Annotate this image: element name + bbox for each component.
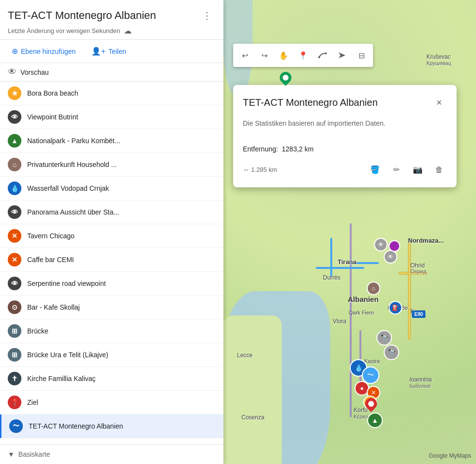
- list-item-wasserfall[interactable]: 💧 Wasserfall Vodopad Crnjak: [0, 177, 223, 200]
- item-icon-bar-kafe: ⊙: [8, 300, 21, 314]
- item-icon-serpentine: 👁: [8, 277, 21, 290]
- popup-route-distance: ↔ 1.285 km: [243, 165, 277, 175]
- item-icon-viewpoint-butrint: 👁: [8, 110, 21, 124]
- marker-binoculars[interactable]: 🔭: [376, 330, 392, 346]
- preview-label: Vorschau: [20, 68, 49, 76]
- city-label-cosenza: Cosenza: [241, 414, 264, 421]
- list-item-brucke-ura[interactable]: ⊞ Brücke Ura e Telit (Likajve): [0, 343, 223, 367]
- road-vertical-e: [408, 243, 411, 340]
- item-icon-panorama: 👁: [8, 205, 21, 219]
- popup-distance-text: Entfernung: 1283,2 km: [243, 144, 447, 154]
- list-item-bora-bora[interactable]: ★ Bora Bora beach: [0, 82, 223, 105]
- marker-nationalpark[interactable]: ▲: [367, 413, 383, 428]
- basemap-label: Basiskarte: [18, 450, 50, 458]
- item-icon-nationalpark: ▲: [8, 134, 21, 148]
- sidebar-footer: ▼ Basiskarte: [0, 444, 223, 464]
- city-label-lecce: Lecce: [237, 352, 253, 359]
- marker-blue-fuel[interactable]: ⛽: [389, 301, 402, 315]
- distance-arrows-icon: ↔: [243, 165, 249, 175]
- basemap-section[interactable]: ▼ Basiskarte: [8, 450, 216, 458]
- popup-close-button[interactable]: ×: [431, 95, 447, 110]
- city-label-kastra: Kastra: [364, 358, 380, 364]
- item-label-serpentine: Serpentine road viewpoint: [27, 280, 216, 287]
- share-icon: 👤+: [91, 47, 105, 56]
- route-blue-v: [330, 238, 332, 277]
- marker-purple[interactable]: [389, 240, 400, 252]
- info-popup: TET-ACT Montenegro Albanien × Die Statis…: [233, 85, 457, 187]
- city-label-krusevac: Kruševac: [426, 53, 451, 60]
- map-toolbar: ↩ ↪ ✋ 📍 ⊟: [233, 44, 373, 67]
- redo-button[interactable]: ↪: [255, 47, 273, 64]
- last-modified-text: Letzte Änderung vor wenigen Sekunden: [8, 27, 120, 34]
- paint-bucket-button[interactable]: 🪣: [367, 162, 383, 178]
- popup-stats-text: Die Statistiken basieren auf importierte…: [243, 118, 447, 129]
- item-label-caffe: Caffe bar CEMI: [27, 256, 216, 264]
- item-label-bar-kafe: Bar - Kafe Skollaj: [27, 303, 216, 311]
- marker-brown[interactable]: ⌂: [367, 282, 380, 295]
- popup-body: Die Statistiken basieren auf importierte…: [243, 118, 447, 178]
- pan-button[interactable]: ✋: [275, 47, 292, 64]
- city-label-ohrid: Ohrid: [410, 262, 425, 269]
- item-label-panorama: Panorama Aussicht über Sta...: [27, 208, 216, 216]
- preview-row[interactable]: 👁 Vorschau: [0, 63, 223, 82]
- add-marker-button[interactable]: 📍: [294, 47, 312, 64]
- city-label-albanien: Albanien: [348, 295, 378, 303]
- last-modified-row: Letzte Änderung vor wenigen Sekunden ☁: [8, 26, 216, 35]
- item-icon-tavern: ✕: [8, 229, 21, 243]
- list-item-tavern[interactable]: ✕ Tavern Chicago: [0, 224, 223, 248]
- distance-label: Entfernung:: [243, 145, 278, 153]
- sidebar-header: TET-ACT Montenegro Albanien ⋮ Letzte Änd…: [0, 0, 223, 40]
- draw-path-button[interactable]: [314, 47, 331, 64]
- add-layer-button[interactable]: ⊕ Ebene hinzufügen: [8, 45, 80, 58]
- item-icon-wasserfall: 💧: [8, 182, 21, 195]
- list-item-nationalpark[interactable]: ▲ Nationalpark - Parku Kombët...: [0, 129, 223, 153]
- list-item-panorama[interactable]: 👁 Panorama Aussicht über Sta...: [0, 200, 223, 224]
- sidebar-panel: TET-ACT Montenegro Albanien ⋮ Letzte Änd…: [0, 0, 223, 464]
- camera-button[interactable]: 📷: [410, 162, 425, 178]
- map-title: TET-ACT Montenegro Albanien: [8, 9, 198, 22]
- marker-gray-1[interactable]: 👁: [374, 238, 388, 251]
- undo-button[interactable]: ↩: [236, 47, 254, 64]
- sidebar-item-list[interactable]: ★ Bora Bora beach 👁 Viewpoint Butrint ▲ …: [0, 82, 223, 444]
- city-label-qark: Qark Fiero: [349, 310, 374, 315]
- city-label-nordmaza: Nordmaza...: [408, 237, 444, 244]
- popup-title: TET-ACT Montenegro Albanien: [243, 97, 378, 108]
- list-item-caffe[interactable]: ✕ Caffe bar CEMI: [0, 248, 223, 272]
- green-location-pin[interactable]: [280, 72, 291, 87]
- marker-binoculars-2[interactable]: 🔭: [384, 345, 399, 360]
- city-label-krusevac-cyrillic: Крушевац: [426, 60, 451, 66]
- directions-button[interactable]: [333, 47, 351, 64]
- road-badge-e90: E90: [412, 311, 425, 318]
- item-label-kirche: Kirche Famillia Kalivaç: [27, 375, 216, 382]
- chevron-down-icon: ▼: [8, 450, 15, 458]
- more-options-icon[interactable]: ⋮: [198, 8, 216, 23]
- route-blue-h: [316, 267, 364, 269]
- item-label-tavern: Tavern Chicago: [27, 232, 216, 240]
- item-icon-brucke-ura: ⊞: [8, 348, 21, 362]
- city-label-vlora: Vlora: [333, 318, 346, 325]
- list-item-kirche[interactable]: ✝ Kirche Famillia Kalivaç: [0, 367, 223, 391]
- item-label-privatunterkunft: Privatunterkunft Household ...: [27, 161, 216, 168]
- delete-button[interactable]: 🗑: [431, 162, 447, 178]
- list-item-serpentine[interactable]: 👁 Serpentine road viewpoint: [0, 272, 223, 296]
- list-item-tet-act[interactable]: 〜 TET-ACT Montenegro Albanien: [0, 414, 223, 438]
- list-item-bar-kafe[interactable]: ⊙ Bar - Kafe Skollaj: [0, 296, 223, 319]
- item-icon-bora-bora: ★: [8, 86, 21, 100]
- eye-icon: 👁: [8, 67, 17, 77]
- svg-marker-2: [339, 52, 345, 58]
- list-item-viewpoint-butrint[interactable]: 👁 Viewpoint Butrint: [0, 105, 223, 129]
- add-layer-label: Ebene hinzufügen: [21, 48, 76, 55]
- share-button[interactable]: 👤+ Teilen: [87, 45, 130, 58]
- edit-button[interactable]: ✏: [389, 162, 404, 178]
- city-label-ioannina-greek: Ιωάννινα: [409, 383, 430, 389]
- marker-gray-2[interactable]: 👁: [384, 250, 397, 264]
- list-item-privatunterkunft[interactable]: ⌂ Privatunterkunft Household ...: [0, 153, 223, 177]
- city-label-ioannina: Ioannina: [409, 376, 432, 383]
- item-label-tet-act: TET-ACT Montenegro Albanien: [29, 422, 216, 430]
- header-top: TET-ACT Montenegro Albanien ⋮: [8, 8, 216, 23]
- red-destination-pin[interactable]: [365, 398, 377, 414]
- list-item-brucke[interactable]: ⊞ Brücke: [0, 319, 223, 343]
- measure-button[interactable]: ⊟: [353, 47, 370, 64]
- list-item-ziel[interactable]: 📍 Ziel: [0, 391, 223, 414]
- route-vertical: [350, 223, 352, 417]
